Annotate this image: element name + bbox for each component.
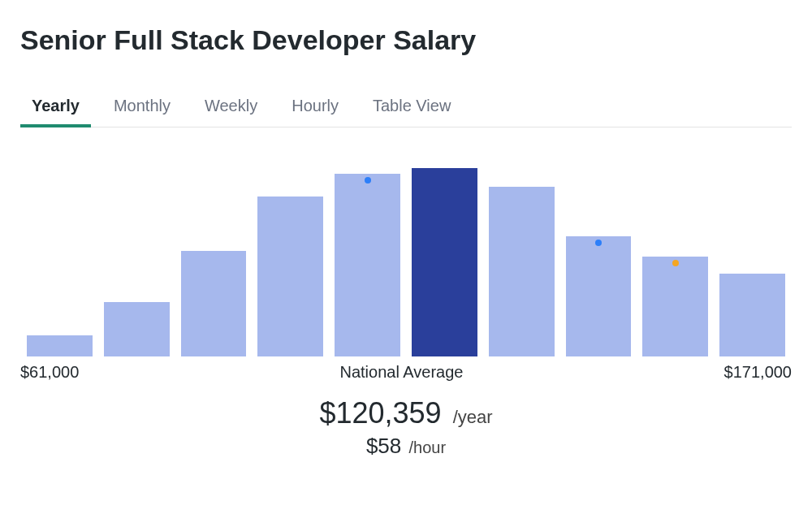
tab-monthly[interactable]: Monthly <box>114 97 171 127</box>
summary: $120,359 /year $58 /hour <box>20 396 792 459</box>
summary-yearly-value: $120,359 <box>319 396 441 430</box>
marker-dot-icon <box>365 177 371 184</box>
tab-yearly[interactable]: Yearly <box>32 97 80 127</box>
summary-hourly-unit: /hour <box>409 438 447 456</box>
histogram-bar[interactable] <box>335 174 400 356</box>
tab-table-view[interactable]: Table View <box>373 97 451 127</box>
histogram-bar[interactable] <box>566 236 632 356</box>
summary-hourly-value: $58 <box>366 434 401 458</box>
page-title: Senior Full Stack Developer Salary <box>20 24 792 56</box>
axis-min-label: $61,000 <box>20 363 79 382</box>
summary-yearly: $120,359 /year <box>20 396 792 430</box>
salary-histogram: $61,000 National Average $171,000 $120,3… <box>20 168 792 459</box>
histogram-bar[interactable] <box>257 197 323 356</box>
summary-yearly-unit: /year <box>453 407 493 427</box>
axis-row: $61,000 National Average $171,000 <box>20 363 792 382</box>
histogram-bar[interactable] <box>412 168 477 356</box>
summary-hourly: $58 /hour <box>20 434 792 459</box>
marker-dot-icon <box>595 240 602 246</box>
axis-center-label: National Average <box>339 363 463 382</box>
tab-weekly[interactable]: Weekly <box>205 97 257 127</box>
bars-container <box>20 168 792 356</box>
tabs-container: Yearly Monthly Weekly Hourly Table View <box>20 97 792 127</box>
histogram-bar[interactable] <box>104 302 170 356</box>
histogram-bar[interactable] <box>181 251 247 356</box>
histogram-bar[interactable] <box>719 274 785 356</box>
tab-hourly[interactable]: Hourly <box>292 97 339 127</box>
marker-dot-icon <box>672 260 679 266</box>
histogram-bar[interactable] <box>642 257 708 356</box>
axis-max-label: $171,000 <box>724 363 792 382</box>
histogram-bar[interactable] <box>489 187 555 356</box>
histogram-bar[interactable] <box>27 335 93 356</box>
